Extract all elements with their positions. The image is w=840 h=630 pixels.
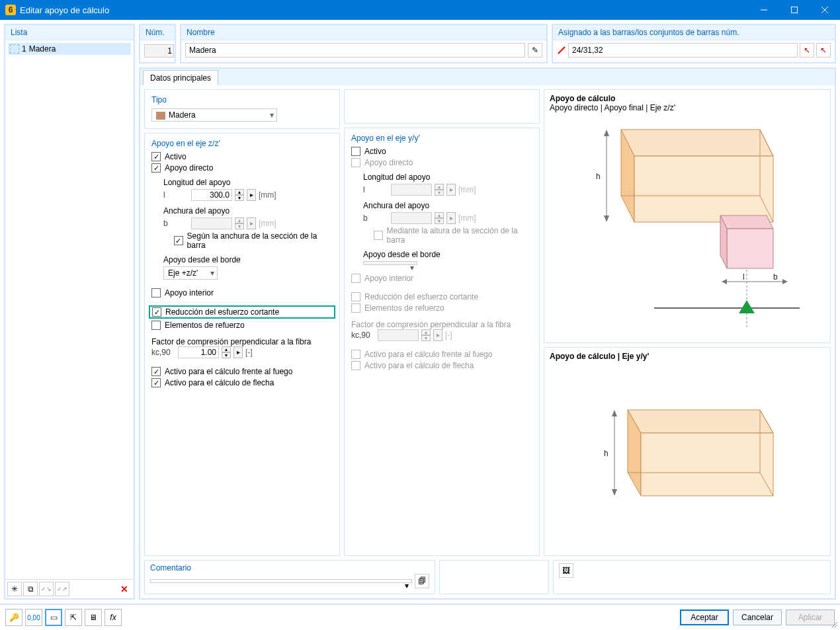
svg-marker-24 xyxy=(782,279,788,284)
units-icon: 0,00 xyxy=(27,614,40,621)
spinner-down[interactable]: ▾ xyxy=(222,352,231,358)
stepper-button[interactable]: ▸ xyxy=(247,189,256,201)
pick-button[interactable]: ⇱ xyxy=(65,609,82,626)
close-button[interactable] xyxy=(810,0,840,20)
zz-width-label: Anchura del apoyo xyxy=(163,206,333,216)
yy-active-label: Activo xyxy=(364,147,386,156)
zz-length-symbol: l xyxy=(163,190,189,200)
preview-yy-title: Apoyo de cálculo | Eje y/y' xyxy=(550,352,825,361)
zz-edge-combo[interactable]: Eje +z/z' xyxy=(163,266,218,280)
yy-width-label: Anchura del apoyo xyxy=(363,201,532,210)
stepper-button: ▸ xyxy=(247,217,256,229)
spinner-up[interactable]: ▴ xyxy=(235,189,244,195)
delete-button[interactable]: ✕ xyxy=(117,582,132,596)
zz-edge-label: Apoyo desde el borde xyxy=(163,255,333,264)
yy-width-unit: [mm] xyxy=(458,214,476,223)
pick-member-button[interactable]: ↖ xyxy=(800,43,814,58)
zz-defl-label: Activo para el cálculo de flecha xyxy=(165,378,274,387)
function-button[interactable]: fx xyxy=(105,609,122,626)
yy-width-symbol: b xyxy=(363,214,388,223)
graphic-button[interactable]: 🖥 xyxy=(85,609,102,626)
delete-icon: ✕ xyxy=(120,584,128,594)
zz-inner-label: Apoyo interior xyxy=(165,288,214,297)
stepper-button: ▸ xyxy=(433,329,442,341)
rename-button[interactable]: ✎ xyxy=(528,43,542,58)
yy-edge-label: Apoyo desde el borde xyxy=(363,250,532,259)
svg-marker-28 xyxy=(628,410,773,433)
spinner-up[interactable]: ▴ xyxy=(222,346,231,352)
material-swatch-icon xyxy=(156,112,165,120)
minimize-button[interactable] xyxy=(749,0,779,20)
ok-button[interactable]: Aceptar xyxy=(680,610,729,625)
check-icon: ✓↘ xyxy=(41,586,52,592)
stepper-button[interactable]: ▸ xyxy=(233,346,243,358)
resize-grip-icon[interactable] xyxy=(831,621,839,629)
spinner-down: ▾ xyxy=(235,223,244,229)
zz-fire-label: Activo para el cálculo frente al fuego xyxy=(165,367,292,376)
stepper-button: ▸ xyxy=(446,184,456,196)
zz-kc-input[interactable] xyxy=(178,346,219,358)
svg-marker-30 xyxy=(641,433,773,496)
help-button[interactable]: 🔑 xyxy=(5,609,22,626)
assign-input[interactable] xyxy=(568,43,798,58)
title-bar: 6 Editar apoyo de cálculo xyxy=(0,0,840,20)
comment-edit-button[interactable]: 🗐 xyxy=(415,574,429,588)
zz-kc-unit: [-] xyxy=(245,348,253,357)
tipo-combo[interactable]: Madera xyxy=(151,108,277,122)
zz-width-symbol: b xyxy=(163,219,189,228)
comment-combo[interactable] xyxy=(150,579,412,583)
list-item[interactable]: 1 Madera xyxy=(8,43,131,55)
zz-active-checkbox[interactable] xyxy=(151,152,161,161)
zz-fire-checkbox[interactable] xyxy=(151,367,161,376)
spinner-up: ▴ xyxy=(435,212,444,218)
preview-zz-subtitle: Apoyo directo | Apoyo final | Eje z/z' xyxy=(550,103,825,112)
spinner-up: ▴ xyxy=(435,184,444,190)
svg-marker-27 xyxy=(739,300,755,313)
yy-reinf-label: Elementos de refuerzo xyxy=(364,303,444,313)
note-icon: 🗐 xyxy=(418,576,426,586)
export-image-button[interactable]: 🖼 xyxy=(559,563,573,578)
preview-zz-title: Apoyo de cálculo xyxy=(550,94,825,103)
yy-kc-symbol: kc,90 xyxy=(351,331,375,340)
zz-inner-checkbox[interactable] xyxy=(151,288,161,297)
zz-shear-checkbox[interactable] xyxy=(152,307,161,317)
svg-marker-12 xyxy=(720,216,773,229)
cancel-button[interactable]: Cancelar xyxy=(733,610,782,625)
zz-reinf-checkbox[interactable] xyxy=(151,321,161,330)
check-out-button[interactable]: ✓↗ xyxy=(55,582,69,596)
zz-length-input[interactable] xyxy=(191,189,232,201)
copy-button[interactable]: ⧉ xyxy=(23,582,38,596)
view-button[interactable]: ▭ xyxy=(45,609,62,626)
yy-kc-unit: [-] xyxy=(445,331,452,340)
comment-label: Comentario xyxy=(150,563,429,572)
stepper-button: ▸ xyxy=(446,212,456,224)
spinner-down: ▾ xyxy=(435,190,444,196)
yy-width-input xyxy=(391,212,432,224)
check-in-button[interactable]: ✓↘ xyxy=(39,582,54,596)
zz-width-opt-checkbox[interactable] xyxy=(174,236,183,245)
minimize-icon xyxy=(761,7,767,13)
num-label: Núm. xyxy=(140,25,175,40)
pick-set-button[interactable]: ↖ xyxy=(816,43,831,58)
zz-kc-symbol: kc,90 xyxy=(151,348,175,357)
name-input[interactable] xyxy=(185,43,525,58)
zz-direct-label: Apoyo directo xyxy=(165,163,213,173)
graphic-icon: 🖥 xyxy=(89,613,97,622)
yy-active-checkbox[interactable] xyxy=(351,147,360,156)
spinner-down[interactable]: ▾ xyxy=(235,195,244,201)
units-button[interactable]: 0,00 xyxy=(25,609,42,626)
yy-width-opt-label: Mediante la altura de la sección de la b… xyxy=(387,226,532,245)
tab-main-data[interactable]: Datos principales xyxy=(143,70,218,85)
list-item-label: Madera xyxy=(29,44,56,54)
zz-direct-checkbox[interactable] xyxy=(151,163,161,173)
new-button[interactable]: ✳ xyxy=(7,582,22,596)
maximize-button[interactable] xyxy=(779,0,810,20)
svg-text:h: h xyxy=(596,172,601,181)
cursor-icon: ↖ xyxy=(804,46,810,55)
yy-direct-label: Apoyo directo xyxy=(364,158,413,167)
zz-defl-checkbox[interactable] xyxy=(151,378,161,387)
spinner-down: ▾ xyxy=(435,218,444,224)
num-input[interactable] xyxy=(144,44,174,58)
zz-active-label: Activo xyxy=(165,152,187,161)
svg-line-39 xyxy=(832,622,837,627)
